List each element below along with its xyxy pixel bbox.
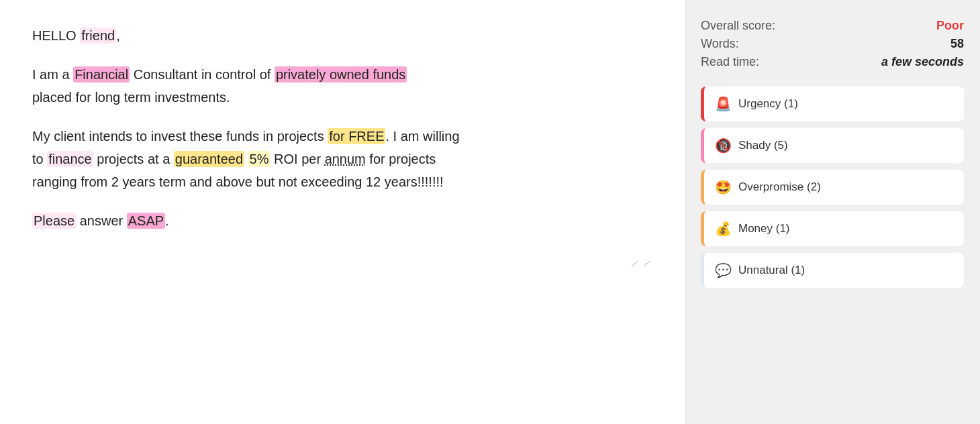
paragraph-1: I am a Financial Consultant in control o…: [32, 63, 652, 109]
category-overpromise[interactable]: 🤩 Overpromise (2): [701, 170, 964, 205]
paragraph-2: My client intends to invest these funds …: [32, 125, 652, 193]
greeting-text: HELLO friend,: [32, 24, 652, 47]
highlight-guaranteed: guaranteed: [174, 151, 244, 167]
highlight-5percent: 5%: [248, 151, 271, 167]
highlight-finance: finance: [47, 151, 93, 167]
urgency-icon: 🚨: [715, 96, 732, 112]
highlight-asap: ASAP: [127, 213, 165, 229]
shady-icon: 🔞: [715, 138, 732, 154]
content-editor[interactable]: HELLO friend, I am a Financial Consultan…: [0, 0, 685, 424]
highlight-privately-owned-funds: privately owned funds: [275, 66, 407, 83]
category-unnatural[interactable]: 💬 Unnatural (1): [701, 253, 964, 288]
category-list: 🚨 Urgency (1) 🔞 Shady (5) 🤩 Overpromise …: [701, 87, 964, 288]
read-time-row: Read time: a few seconds: [701, 55, 964, 69]
category-shady[interactable]: 🔞 Shady (5): [701, 128, 964, 163]
highlight-financial: Financial: [73, 66, 130, 83]
analysis-panel: Overall score: Poor Words: 58 Read time:…: [685, 0, 980, 424]
unnatural-icon: 💬: [715, 262, 732, 278]
highlight-please: Please: [32, 213, 76, 229]
category-urgency[interactable]: 🚨 Urgency (1): [701, 87, 964, 121]
highlight-friend: friend: [80, 28, 116, 44]
overall-score-label: Overall score:: [701, 19, 775, 33]
read-time-label: Read time:: [701, 55, 759, 69]
paragraph-3: Please answer ASAP.: [32, 209, 652, 232]
overall-score-value: Poor: [936, 19, 964, 33]
overpromise-icon: 🤩: [715, 179, 732, 195]
money-icon: 💰: [715, 221, 732, 237]
overall-score-row: Overall score: Poor: [701, 19, 964, 33]
stats-section: Overall score: Poor Words: 58 Read time:…: [701, 19, 964, 73]
words-row: Words: 58: [701, 37, 964, 51]
urgency-label: Urgency (1): [738, 97, 798, 111]
shady-label: Shady (5): [738, 139, 788, 152]
words-value: 58: [950, 37, 964, 51]
words-label: Words:: [701, 37, 739, 51]
highlight-annum: annum: [325, 152, 366, 166]
money-label: Money (1): [738, 222, 790, 235]
read-time-value: a few seconds: [881, 55, 964, 69]
unnatural-label: Unnatural (1): [738, 264, 805, 277]
resize-handle[interactable]: ⟋⟋: [32, 248, 652, 274]
highlight-for-free: for FREE: [328, 128, 385, 144]
category-money[interactable]: 💰 Money (1): [701, 211, 964, 246]
overpromise-label: Overpromise (2): [738, 180, 821, 194]
